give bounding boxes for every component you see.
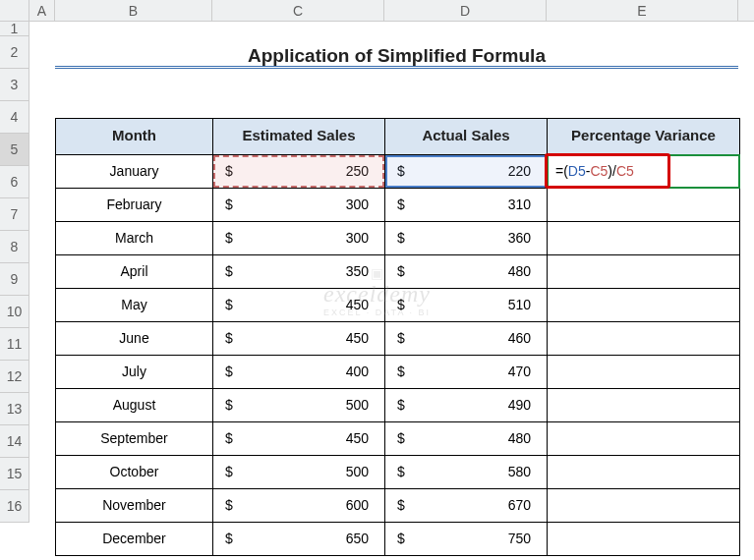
cell-value: 500 bbox=[346, 456, 377, 488]
row-header-8[interactable]: 8 bbox=[0, 231, 29, 263]
row-header-5[interactable]: 5 bbox=[0, 134, 29, 166]
cell-act[interactable]: $470 bbox=[385, 356, 548, 388]
cell-pct[interactable] bbox=[548, 489, 739, 522]
cell-pct[interactable] bbox=[548, 255, 739, 288]
col-header-c[interactable]: C bbox=[212, 0, 384, 21]
cell-value: 350 bbox=[346, 255, 377, 288]
cell-pct[interactable] bbox=[548, 289, 739, 321]
cell-month[interactable]: January bbox=[56, 155, 213, 188]
cell-est[interactable]: $ 250 bbox=[213, 155, 385, 188]
th-actual[interactable]: Actual Sales bbox=[385, 119, 548, 154]
cell-est[interactable]: $650 bbox=[213, 523, 385, 555]
currency-symbol: $ bbox=[393, 222, 405, 254]
cell-month[interactable]: August bbox=[56, 389, 213, 421]
cell-est[interactable]: $350 bbox=[213, 255, 385, 288]
cell-value: 470 bbox=[508, 356, 539, 388]
cell-pct[interactable] bbox=[548, 189, 739, 221]
cell-est[interactable]: $500 bbox=[213, 389, 385, 421]
cell-value: 750 bbox=[508, 523, 539, 555]
row-header-14[interactable]: 14 bbox=[0, 425, 29, 458]
cell-act[interactable]: $670 bbox=[385, 489, 548, 522]
cell-act[interactable]: $510 bbox=[385, 289, 548, 321]
currency-symbol: $ bbox=[221, 255, 233, 288]
currency-symbol: $ bbox=[393, 456, 405, 488]
cell-act[interactable]: $580 bbox=[385, 456, 548, 488]
cell-value: 300 bbox=[346, 189, 377, 221]
cell-month[interactable]: December bbox=[56, 523, 213, 555]
row-header-9[interactable]: 9 bbox=[0, 263, 29, 296]
cell-act[interactable]: $480 bbox=[385, 255, 548, 288]
currency-symbol: $ bbox=[221, 289, 233, 321]
cell-pct[interactable] bbox=[548, 322, 739, 355]
cell-month[interactable]: June bbox=[56, 322, 213, 355]
cell-est[interactable]: $450 bbox=[213, 422, 385, 455]
cell-value: 300 bbox=[346, 222, 377, 254]
col-header-d[interactable]: D bbox=[384, 0, 547, 21]
th-estimated[interactable]: Estimated Sales bbox=[213, 119, 385, 154]
row-headers: 1 2 3 4 5 6 7 8 9 10 11 12 13 14 15 16 bbox=[0, 22, 29, 523]
formula-ref-c5a: C5 bbox=[590, 163, 608, 179]
cell-month[interactable]: April bbox=[56, 255, 213, 288]
cell-pct[interactable] bbox=[548, 356, 739, 388]
cell-pct[interactable] bbox=[548, 222, 739, 254]
cell-pct[interactable] bbox=[548, 523, 739, 555]
cell-act[interactable]: $310 bbox=[385, 189, 548, 221]
cell-est[interactable]: $600 bbox=[213, 489, 385, 522]
row-header-6[interactable]: 6 bbox=[0, 166, 29, 198]
cell-pct[interactable] bbox=[548, 389, 739, 421]
row-header-16[interactable]: 16 bbox=[0, 490, 29, 523]
table-header-row: Month Estimated Sales Actual Sales Perce… bbox=[56, 119, 739, 155]
cell-est[interactable]: $500 bbox=[213, 456, 385, 488]
cell-month[interactable]: July bbox=[56, 356, 213, 388]
row-header-4[interactable]: 4 bbox=[0, 101, 29, 134]
cell-month[interactable]: May bbox=[56, 289, 213, 321]
cell-month[interactable]: November bbox=[56, 489, 213, 522]
cell-value: 460 bbox=[508, 322, 539, 355]
th-percentage[interactable]: Percentage Variance bbox=[548, 119, 739, 154]
cell-value: 310 bbox=[508, 189, 539, 221]
row-header-1[interactable]: 1 bbox=[0, 22, 29, 36]
row-header-3[interactable]: 3 bbox=[0, 69, 29, 101]
formula-ref-c5b: C5 bbox=[616, 163, 634, 179]
col-header-b[interactable]: B bbox=[55, 0, 212, 21]
cell-est[interactable]: $300 bbox=[213, 222, 385, 254]
cell-act[interactable]: $360 bbox=[385, 222, 548, 254]
currency-symbol: $ bbox=[221, 456, 233, 488]
cell-est[interactable]: $400 bbox=[213, 356, 385, 388]
cell-est[interactable]: $450 bbox=[213, 322, 385, 355]
col-header-e[interactable]: E bbox=[547, 0, 738, 21]
cell-value: 220 bbox=[508, 155, 539, 188]
th-month[interactable]: Month bbox=[56, 119, 213, 154]
row-header-2[interactable]: 2 bbox=[0, 36, 29, 69]
cell-pct[interactable] bbox=[548, 422, 739, 455]
cell-value: 450 bbox=[346, 422, 377, 455]
cell-month[interactable]: October bbox=[56, 456, 213, 488]
row-header-12[interactable]: 12 bbox=[0, 361, 29, 393]
cell-act[interactable]: $490 bbox=[385, 389, 548, 421]
data-table: Month Estimated Sales Actual Sales Perce… bbox=[55, 118, 740, 556]
row-header-15[interactable]: 15 bbox=[0, 458, 29, 490]
cell-act[interactable]: $ 220 bbox=[385, 155, 548, 188]
row-header-13[interactable]: 13 bbox=[0, 393, 29, 425]
cell-pct[interactable] bbox=[548, 456, 739, 488]
col-header-a[interactable]: A bbox=[29, 0, 55, 21]
cell-act[interactable]: $750 bbox=[385, 523, 548, 555]
currency-symbol: $ bbox=[393, 255, 405, 288]
cell-month[interactable]: March bbox=[56, 222, 213, 254]
cell-formula-e5[interactable]: =(D5-C5)/C5 bbox=[548, 155, 739, 188]
cell-month[interactable]: September bbox=[56, 422, 213, 455]
cell-value: 450 bbox=[346, 289, 377, 321]
cell-act[interactable]: $480 bbox=[385, 422, 548, 455]
currency-symbol: $ bbox=[221, 322, 233, 355]
cell-month[interactable]: February bbox=[56, 189, 213, 221]
row-header-11[interactable]: 11 bbox=[0, 328, 29, 361]
currency-symbol: $ bbox=[393, 155, 405, 188]
select-all-corner[interactable] bbox=[0, 0, 29, 22]
currency-symbol: $ bbox=[221, 356, 233, 388]
table-row: December$650$750 bbox=[56, 523, 739, 555]
row-header-7[interactable]: 7 bbox=[0, 198, 29, 231]
row-header-10[interactable]: 10 bbox=[0, 296, 29, 328]
cell-act[interactable]: $460 bbox=[385, 322, 548, 355]
cell-est[interactable]: $300 bbox=[213, 189, 385, 221]
cell-est[interactable]: $450 bbox=[213, 289, 385, 321]
